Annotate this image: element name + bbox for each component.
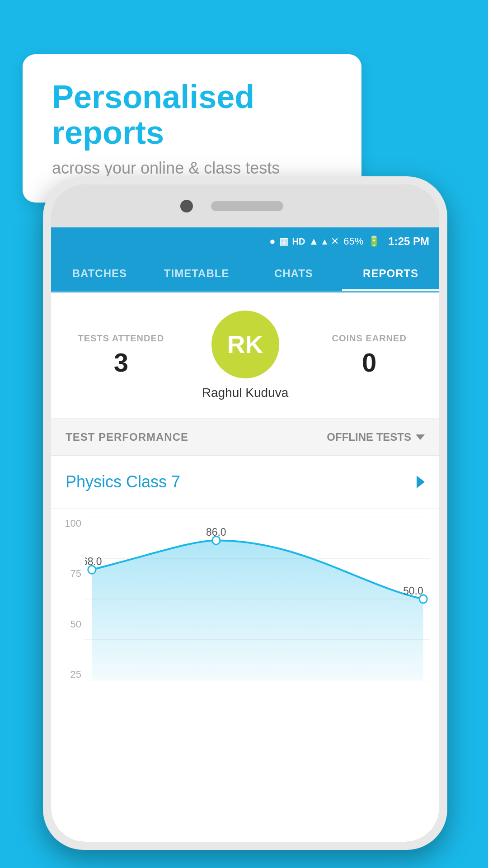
tests-attended-label: TESTS ATTENDED (65, 333, 178, 344)
chart-area-fill (92, 540, 423, 680)
y-label-50: 50 (70, 618, 81, 630)
chart-container: 100 75 50 25 (60, 518, 430, 694)
coins-earned-value: 0 (313, 347, 426, 377)
status-bar: ● ▩ HD ▲ ▴ ✕ 65% 🔋 1:25 PM (51, 227, 439, 255)
tests-attended-stat: TESTS ATTENDED 3 (65, 333, 178, 377)
bubble-subtitle: across your online & class tests (52, 159, 332, 178)
tab-chats[interactable]: CHATS (245, 255, 343, 291)
nav-tabs: BATCHES TIMETABLE CHATS REPORTS (51, 255, 439, 292)
chevron-down-icon (416, 434, 425, 440)
profile-avatar-wrap: RK Raghul Kuduva (178, 311, 313, 400)
battery-icon: 🔋 (368, 236, 380, 247)
chevron-right-icon (417, 476, 425, 488)
y-label-25: 25 (70, 669, 81, 680)
data-label-2: 86.0 (206, 526, 226, 538)
data-label-3: 50.0 (403, 585, 423, 597)
tests-attended-value: 3 (65, 347, 178, 377)
bubble-title: Personalised reports (52, 79, 332, 151)
signal-x-icon: ✕ (331, 236, 339, 247)
phone-screen: ● ▩ HD ▲ ▴ ✕ 65% 🔋 1:25 PM BATCHES TIMET… (51, 227, 439, 842)
class-label: Physics Class 7 (66, 472, 180, 491)
avatar: RK (211, 311, 279, 378)
profile-name: Raghul Kuduva (202, 386, 288, 400)
performance-bar: TEST PERFORMANCE OFFLINE TESTS (51, 419, 439, 456)
coins-earned-stat: COINS EARNED 0 (313, 333, 426, 377)
chart-svg-wrap: 68.0 86.0 50.0 (85, 518, 430, 680)
coins-earned-label: COINS EARNED (313, 333, 426, 344)
data-label-1: 68.0 (85, 556, 102, 568)
profile-section: TESTS ATTENDED 3 RK Raghul Kuduva COINS … (51, 292, 439, 419)
hd-icon: HD (292, 236, 305, 247)
phone-inner: ● ▩ HD ▲ ▴ ✕ 65% 🔋 1:25 PM BATCHES TIMET… (51, 184, 439, 842)
bluetooth-icon: ● (269, 236, 275, 247)
line-chart: 68.0 86.0 50.0 (85, 518, 430, 680)
vibrate-icon: ▩ (279, 236, 289, 247)
tab-reports[interactable]: REPORTS (342, 255, 439, 291)
class-row[interactable]: Physics Class 7 (51, 456, 439, 509)
camera-icon (180, 200, 193, 212)
chart-area: 100 75 50 25 (51, 509, 439, 698)
wifi-icon: ▲ (309, 236, 319, 247)
y-label-100: 100 (65, 518, 81, 529)
status-icons: ● ▩ HD ▲ ▴ ✕ (269, 236, 339, 247)
y-label-75: 75 (70, 568, 81, 580)
tab-timetable[interactable]: TIMETABLE (148, 255, 245, 291)
phone-frame: ● ▩ HD ▲ ▴ ✕ 65% 🔋 1:25 PM BATCHES TIMET… (43, 176, 447, 850)
speaker-grill (211, 201, 283, 211)
filter-dropdown[interactable]: OFFLINE TESTS (327, 431, 425, 443)
chart-y-labels: 100 75 50 25 (60, 518, 85, 680)
status-time: 1:25 PM (388, 235, 429, 248)
phone-top (51, 184, 439, 227)
battery-text: 65% (343, 236, 363, 247)
tab-batches[interactable]: BATCHES (51, 255, 148, 291)
filter-label: OFFLINE TESTS (327, 431, 411, 443)
signal-icon: ▴ (322, 236, 327, 247)
performance-label: TEST PERFORMANCE (66, 431, 188, 443)
avatar-initials: RK (227, 330, 263, 359)
